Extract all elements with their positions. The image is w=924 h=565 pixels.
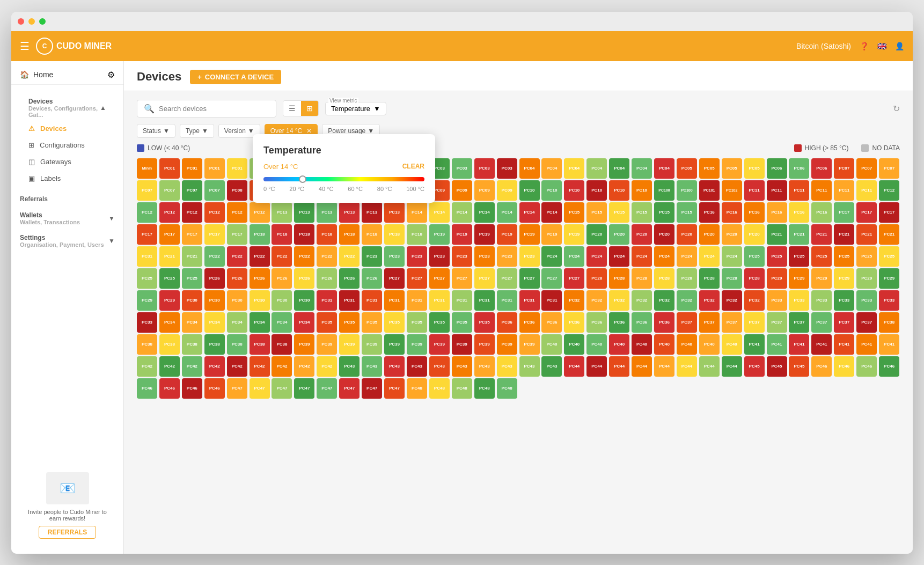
device-tile[interactable]: PC26 [294,268,314,289]
device-tile[interactable]: PC12 [137,202,157,223]
device-tile[interactable]: PC31 [429,290,450,311]
device-tile[interactable]: PC46 [811,356,832,377]
device-tile[interactable]: PC27 [474,268,495,289]
device-tile[interactable]: PC18 [294,224,314,245]
device-tile[interactable]: PC37 [856,312,877,333]
device-tile[interactable]: PC14 [497,202,517,223]
device-tile[interactable]: PC21 [856,224,877,245]
close-btn[interactable] [18,18,24,25]
device-tile[interactable]: PC14 [429,202,450,223]
device-tile[interactable]: PC40 [654,334,674,355]
device-tile[interactable]: PC23 [474,246,495,267]
device-tile[interactable]: PC48 [429,378,450,399]
device-tile[interactable]: PC40 [541,334,562,355]
device-tile[interactable]: PC34 [204,312,225,333]
device-tile[interactable]: PC31 [452,290,472,311]
device-tile[interactable]: PC18 [250,224,270,245]
sidebar-item-labels[interactable]: ▣ Labels [20,170,115,187]
device-tile[interactable]: PC22 [227,246,247,267]
device-tile[interactable]: PC37 [699,312,720,333]
device-tile[interactable]: PC38 [272,334,292,355]
device-tile[interactable]: PC37 [722,312,742,333]
device-tile[interactable]: PC11 [789,180,809,201]
device-tile[interactable]: PC25 [834,246,854,267]
device-tile[interactable]: PC46 [159,378,180,399]
device-tile[interactable]: PC39 [519,334,540,355]
device-tile[interactable]: PC20 [677,224,697,245]
device-tile[interactable]: PC06 [789,158,809,179]
search-input[interactable] [159,105,269,113]
device-tile[interactable]: PC36 [541,312,562,333]
device-tile[interactable]: PC38 [159,334,180,355]
device-tile[interactable]: PC39 [384,334,405,355]
device-tile[interactable]: PC18 [317,224,337,245]
device-tile[interactable]: PC06 [767,158,787,179]
device-tile[interactable]: PC29 [879,268,899,289]
device-tile[interactable]: PC39 [497,334,517,355]
device-tile[interactable]: PC07 [182,180,202,201]
device-tile[interactable]: PC41 [879,334,899,355]
device-tile[interactable]: PC04 [541,158,562,179]
device-tile[interactable]: PC26 [362,268,382,289]
device-tile[interactable]: PC35 [317,312,337,333]
device-tile[interactable]: PC21 [834,224,854,245]
device-tile[interactable]: PC20 [722,224,742,245]
device-tile[interactable]: PC45 [744,356,765,377]
device-tile[interactable]: PC46 [204,378,225,399]
device-tile[interactable]: PC25 [744,246,765,267]
device-tile[interactable]: PC14 [541,202,562,223]
device-tile[interactable]: PC27 [519,268,540,289]
device-tile[interactable]: PC37 [811,312,832,333]
device-tile[interactable]: PC13 [362,202,382,223]
device-tile[interactable]: PC04 [654,158,674,179]
device-tile[interactable]: PC05 [677,158,697,179]
device-tile[interactable]: PC43 [541,356,562,377]
device-tile[interactable]: PC05 [744,158,765,179]
device-tile[interactable]: PC38 [204,334,225,355]
device-tile[interactable]: PC27 [452,268,472,289]
device-tile[interactable]: PC15 [654,202,674,223]
device-tile[interactable]: PC37 [789,312,809,333]
device-tile[interactable]: PC27 [407,268,427,289]
device-tile[interactable]: Minin [137,158,157,179]
device-tile[interactable]: PC40 [564,334,584,355]
device-tile[interactable]: PC10 [519,180,540,201]
device-tile[interactable]: PC36 [609,312,629,333]
device-tile[interactable]: PC39 [429,334,450,355]
device-tile[interactable]: PC39 [317,334,337,355]
device-tile[interactable]: PC44 [677,356,697,377]
device-tile[interactable]: PC39 [362,334,382,355]
device-tile[interactable]: PC21 [159,246,180,267]
device-tile[interactable]: PC23 [407,246,427,267]
device-tile[interactable]: PC28 [609,268,629,289]
device-tile[interactable]: PC18 [407,224,427,245]
device-tile[interactable]: PC09 [452,180,472,201]
device-tile[interactable]: PC17 [879,202,899,223]
device-tile[interactable]: PC23 [452,246,472,267]
device-tile[interactable]: PC23 [497,246,517,267]
device-tile[interactable]: PC24 [609,246,629,267]
device-tile[interactable]: PC28 [699,268,720,289]
help-icon[interactable]: ❓ [860,42,869,50]
device-tile[interactable]: PC25 [856,246,877,267]
device-tile[interactable]: PC35 [339,312,360,333]
device-tile[interactable]: PC22 [294,246,314,267]
device-tile[interactable]: PC21 [182,246,202,267]
device-tile[interactable]: PC32 [632,290,652,311]
device-tile[interactable]: PC24 [722,246,742,267]
device-tile[interactable]: PC25 [182,268,202,289]
minimize-btn[interactable] [28,18,35,25]
device-tile[interactable]: PC16 [699,202,720,223]
device-tile[interactable]: PC42 [159,356,180,377]
device-tile[interactable]: PC36 [632,312,652,333]
device-tile[interactable]: PC101 [699,180,720,201]
device-tile[interactable]: PC34 [294,312,314,333]
list-view-button[interactable]: ☰ [283,101,301,116]
device-tile[interactable]: PC16 [811,202,832,223]
device-tile[interactable]: PC23 [384,246,405,267]
device-tile[interactable]: PC33 [879,290,899,311]
device-tile[interactable]: PC42 [204,356,225,377]
device-tile[interactable]: PC31 [497,290,517,311]
device-tile[interactable]: PC25 [137,268,157,289]
device-tile[interactable]: PC30 [272,290,292,311]
